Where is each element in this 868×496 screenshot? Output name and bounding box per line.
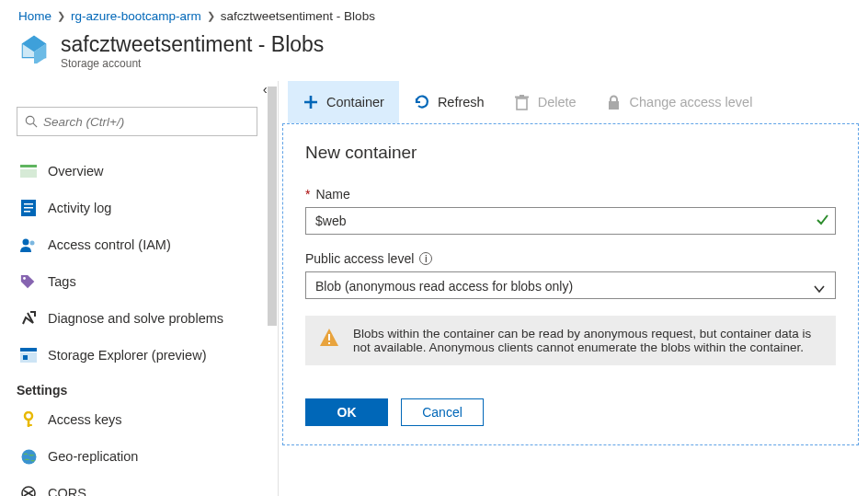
iam-icon (20, 236, 37, 253)
cancel-button[interactable]: Cancel (401, 398, 484, 426)
toolbar-label: Change access level (630, 95, 753, 110)
sidebar-scrollbar[interactable] (267, 81, 278, 496)
chevron-right-icon: ❯ (207, 10, 215, 22)
sidebar-item-overview[interactable]: Overview (17, 153, 274, 190)
sidebar-section-settings: Settings (17, 383, 274, 398)
name-input-row (305, 207, 836, 235)
sidebar-item-label: Overview (48, 164, 103, 179)
container-name-input[interactable] (305, 207, 836, 235)
toolbar-label: Delete (538, 95, 577, 110)
search-placeholder: Search (Ctrl+/) (43, 115, 124, 129)
svg-rect-21 (520, 95, 524, 97)
sidebar-item-label: Geo-replication (48, 449, 138, 464)
svg-rect-22 (609, 101, 619, 110)
main-content: Container Refresh Delete Change access l… (279, 81, 868, 496)
sidebar-item-label: Diagnose and solve problems (48, 311, 223, 326)
svg-rect-3 (20, 169, 37, 178)
cors-icon (20, 485, 37, 496)
globe-icon (20, 448, 37, 465)
toolbar-label: Refresh (438, 95, 485, 110)
sidebar-item-label: Access keys (48, 412, 122, 427)
access-select-value: Blob (anonymous read access for blobs on… (315, 279, 573, 294)
svg-rect-19 (517, 98, 527, 110)
sidebar-item-diagnose[interactable]: Diagnose and solve problems (17, 300, 274, 337)
search-icon (25, 115, 38, 128)
validation-check-icon (816, 213, 828, 229)
svg-rect-6 (24, 207, 33, 209)
lock-icon (606, 94, 622, 110)
info-text: Blobs within the container can be read b… (353, 327, 823, 354)
svg-point-8 (23, 239, 29, 246)
name-label-row: * Name (305, 187, 836, 202)
ok-label: OK (337, 405, 357, 420)
sidebar: « Search (Ctrl+/) Overview Activity log … (0, 81, 278, 496)
breadcrumb-home[interactable]: Home (18, 9, 51, 23)
sidebar-item-label: CORS (48, 486, 86, 496)
ok-button[interactable]: OK (305, 398, 388, 426)
required-asterisk: * (305, 187, 310, 202)
toolbar-container-button[interactable]: Container (288, 81, 399, 123)
toolbar-label: Container (326, 95, 384, 110)
sidebar-search[interactable]: Search (Ctrl+/) (17, 107, 257, 136)
sidebar-item-label: Access control (IAM) (48, 237, 171, 252)
toolbar-access-button: Change access level (591, 81, 768, 123)
chevron-right-icon: ❯ (57, 10, 65, 22)
sidebar-item-iam[interactable]: Access control (IAM) (17, 226, 274, 263)
storage-account-icon (18, 32, 50, 63)
access-select-row: Blob (anonymous read access for blobs on… (305, 271, 836, 299)
panel-heading: New container (305, 143, 836, 163)
breadcrumb: Home ❯ rg-azure-bootcamp-arm ❯ safcztwee… (0, 0, 868, 27)
svg-rect-24 (328, 342, 330, 344)
name-label: Name (315, 187, 349, 202)
svg-point-14 (25, 412, 32, 420)
svg-point-0 (26, 116, 34, 124)
refresh-icon (414, 94, 430, 110)
toolbar: Container Refresh Delete Change access l… (279, 81, 868, 123)
breadcrumb-rg[interactable]: rg-azure-bootcamp-arm (71, 9, 201, 23)
diagnose-icon (20, 310, 37, 327)
svg-rect-16 (28, 424, 32, 426)
toolbar-delete-button: Delete (499, 81, 591, 123)
page-subtitle: Storage account (61, 57, 324, 70)
access-label-row: Public access level i (305, 251, 836, 266)
sidebar-item-activity[interactable]: Activity log (17, 190, 274, 226)
svg-rect-12 (20, 352, 37, 363)
chevron-down-icon (813, 279, 826, 303)
svg-point-18 (22, 487, 35, 496)
sidebar-item-cors[interactable]: CORS (17, 475, 274, 496)
trash-icon (514, 94, 531, 110)
new-container-panel: New container * Name Public access level… (282, 123, 859, 445)
sidebar-nav: Overview Activity log Access control (IA… (17, 153, 274, 496)
sidebar-item-access-keys[interactable]: Access keys (17, 401, 274, 438)
activity-log-icon (20, 200, 37, 216)
svg-rect-5 (24, 203, 33, 205)
svg-rect-2 (20, 165, 37, 167)
page-title-row: safcztweetsentiment - Blobs Storage acco… (0, 27, 868, 81)
svg-point-17 (21, 449, 36, 464)
svg-rect-13 (23, 355, 28, 360)
access-label: Public access level (305, 251, 414, 266)
svg-point-9 (30, 241, 35, 246)
sidebar-item-tags[interactable]: Tags (17, 263, 274, 300)
plus-icon (303, 94, 319, 110)
info-icon[interactable]: i (419, 252, 432, 265)
toolbar-refresh-button[interactable]: Refresh (399, 81, 499, 123)
sidebar-item-explorer[interactable]: Storage Explorer (preview) (17, 337, 274, 374)
svg-line-1 (33, 123, 37, 127)
sidebar-item-geo[interactable]: Geo-replication (17, 438, 274, 475)
sidebar-item-label: Tags (48, 274, 76, 289)
page-title: safcztweetsentiment - Blobs (61, 32, 324, 57)
breadcrumb-current: safcztweetsentiment - Blobs (221, 9, 375, 23)
sidebar-item-label: Storage Explorer (preview) (48, 348, 206, 363)
svg-rect-7 (24, 211, 30, 213)
access-level-select[interactable]: Blob (anonymous read access for blobs on… (305, 271, 836, 299)
warning-icon (318, 327, 340, 349)
overview-icon (20, 163, 37, 179)
tags-icon (20, 273, 37, 290)
cancel-label: Cancel (422, 405, 463, 420)
sidebar-item-label: Activity log (48, 201, 111, 215)
svg-rect-11 (20, 348, 37, 352)
panel-buttons: OK Cancel (305, 398, 836, 426)
explorer-icon (20, 347, 37, 363)
key-icon (20, 411, 37, 428)
